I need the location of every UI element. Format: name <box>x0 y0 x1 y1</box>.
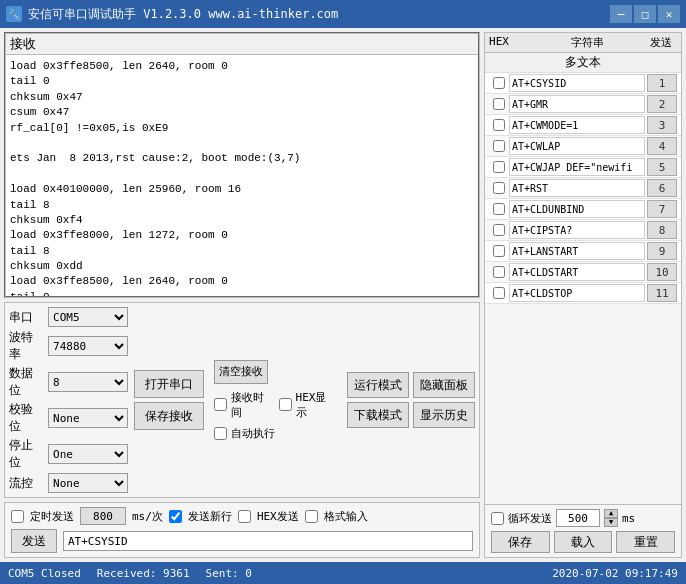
mt-row-send-button[interactable]: 5 <box>647 158 677 176</box>
port-status: COM5 Closed <box>8 567 81 580</box>
show-history-button[interactable]: 显示历史 <box>413 402 475 428</box>
auto-exec-checkbox[interactable] <box>214 427 227 440</box>
recv-time-label: 接收时间 <box>231 390 275 420</box>
mt-row-send-button[interactable]: 10 <box>647 263 677 281</box>
baudrate-label: 波特率 <box>9 329 44 363</box>
mt-row-send-button[interactable]: 4 <box>647 137 677 155</box>
send-input[interactable] <box>63 531 473 551</box>
serial-config: 串口 COM5 波特率 74880 数据位 8 校验位 None <box>9 307 128 493</box>
save-recv-button[interactable]: 保存接收 <box>134 402 204 430</box>
multitext-panel: HEX 字符串 发送 多文本 1234567891011 循环发送 <box>484 32 682 558</box>
mt-row-send-button[interactable]: 8 <box>647 221 677 239</box>
loop-ms-spinner[interactable]: ▲ ▼ <box>604 509 618 527</box>
minimize-button[interactable]: ─ <box>610 5 632 23</box>
mt-row-checkbox[interactable] <box>493 98 505 110</box>
open-port-button[interactable]: 打开串口 <box>134 370 204 398</box>
datetime-status: 2020-07-02 09:17:49 <box>552 567 678 580</box>
hex-send-checkbox[interactable] <box>238 510 251 523</box>
mt-row-input[interactable] <box>509 200 645 218</box>
parity-label: 校验位 <box>9 401 44 435</box>
mt-row-input[interactable] <box>509 116 645 134</box>
loop-ms-input[interactable] <box>556 509 600 527</box>
port-select[interactable]: COM5 <box>48 307 128 327</box>
mt-row-send-button[interactable]: 2 <box>647 95 677 113</box>
hex-display-checkbox[interactable] <box>279 398 292 411</box>
multitext-row: 3 <box>485 115 681 136</box>
close-button[interactable]: ✕ <box>658 5 680 23</box>
format-input-label: 格式输入 <box>324 509 368 524</box>
mt-row-send-button[interactable]: 7 <box>647 200 677 218</box>
loop-send-checkbox[interactable] <box>491 512 504 525</box>
mt-row-input[interactable] <box>509 263 645 281</box>
mt-row-send-button[interactable]: 6 <box>647 179 677 197</box>
mt-row-input[interactable] <box>509 242 645 260</box>
app-icon: 🔧 <box>6 6 22 22</box>
sent-status: Sent: 0 <box>206 567 252 580</box>
mt-row-input[interactable] <box>509 158 645 176</box>
newline-checkbox[interactable] <box>169 510 182 523</box>
port-label: 串口 <box>9 309 44 326</box>
mt-row-checkbox[interactable] <box>493 182 505 194</box>
databits-select[interactable]: 8 <box>48 372 128 392</box>
mt-row-checkbox[interactable] <box>493 245 505 257</box>
mt-row-checkbox[interactable] <box>493 140 505 152</box>
mt-row-checkbox[interactable] <box>493 119 505 131</box>
reset-button[interactable]: 重置 <box>616 531 675 553</box>
multitext-row: 5 <box>485 157 681 178</box>
clear-recv-button[interactable]: 清空接收 <box>214 360 268 384</box>
mt-row-input[interactable] <box>509 221 645 239</box>
footer-actions: 保存 载入 重置 <box>491 531 675 553</box>
timed-send-checkbox[interactable] <box>11 510 24 523</box>
mt-row-input[interactable] <box>509 284 645 302</box>
baudrate-select[interactable]: 74880 <box>48 336 128 356</box>
send-col-header: 发送 <box>645 35 677 50</box>
mt-row-input[interactable] <box>509 179 645 197</box>
mt-row-checkbox[interactable] <box>493 161 505 173</box>
stopbits-label: 停止位 <box>9 437 44 471</box>
download-mode-button[interactable]: 下载模式 <box>347 402 409 428</box>
mt-row-input[interactable] <box>509 74 645 92</box>
received-status: Received: 9361 <box>97 567 190 580</box>
mt-row-input[interactable] <box>509 95 645 113</box>
recv-time-checkbox[interactable] <box>214 398 227 411</box>
mt-row-send-button[interactable]: 11 <box>647 284 677 302</box>
hex-send-label: HEX发送 <box>257 509 299 524</box>
mt-row-checkbox[interactable] <box>493 287 505 299</box>
loop-ms-down[interactable]: ▼ <box>604 518 618 527</box>
multitext-row: 4 <box>485 136 681 157</box>
mt-row-checkbox[interactable] <box>493 203 505 215</box>
hide-panel-button[interactable]: 隐藏面板 <box>413 372 475 398</box>
flow-select[interactable]: None <box>48 473 128 493</box>
databits-label: 数据位 <box>9 365 44 399</box>
save-button[interactable]: 保存 <box>491 531 550 553</box>
mt-row-checkbox[interactable] <box>493 224 505 236</box>
run-mode-button[interactable]: 运行模式 <box>347 372 409 398</box>
mt-row-checkbox[interactable] <box>493 266 505 278</box>
multitext-row: 1 <box>485 73 681 94</box>
multitext-row: 2 <box>485 94 681 115</box>
recv-content[interactable]: load 0x3ffe8500, len 2640, room 0 tail 0… <box>6 55 478 296</box>
stopbits-select[interactable]: One <box>48 444 128 464</box>
title-text: 安信可串口调试助手 V1.2.3.0 www.ai-thinker.com <box>28 6 610 23</box>
mt-row-send-button[interactable]: 9 <box>647 242 677 260</box>
send-button[interactable]: 发送 <box>11 529 57 553</box>
loop-ms-unit: ms <box>622 512 635 525</box>
window-controls: ─ □ ✕ <box>610 5 680 23</box>
multitext-row: 10 <box>485 262 681 283</box>
loop-ms-up[interactable]: ▲ <box>604 509 618 518</box>
parity-select[interactable]: None <box>48 408 128 428</box>
timed-ms-input[interactable] <box>80 507 126 525</box>
load-button[interactable]: 载入 <box>554 531 613 553</box>
recv-panel: 接收 load 0x3ffe8500, len 2640, room 0 tai… <box>4 32 480 298</box>
maximize-button[interactable]: □ <box>634 5 656 23</box>
format-input-checkbox[interactable] <box>305 510 318 523</box>
mt-row-input[interactable] <box>509 137 645 155</box>
ms-label: ms/次 <box>132 509 163 524</box>
multitext-row: 9 <box>485 241 681 262</box>
mt-row-checkbox[interactable] <box>493 77 505 89</box>
mt-row-send-button[interactable]: 1 <box>647 74 677 92</box>
multitext-footer: 循环发送 ▲ ▼ ms 保存 载入 重置 <box>485 504 681 557</box>
str-col-header: 字符串 <box>529 35 645 50</box>
hex-display-label: HEX显示 <box>296 390 337 420</box>
mt-row-send-button[interactable]: 3 <box>647 116 677 134</box>
